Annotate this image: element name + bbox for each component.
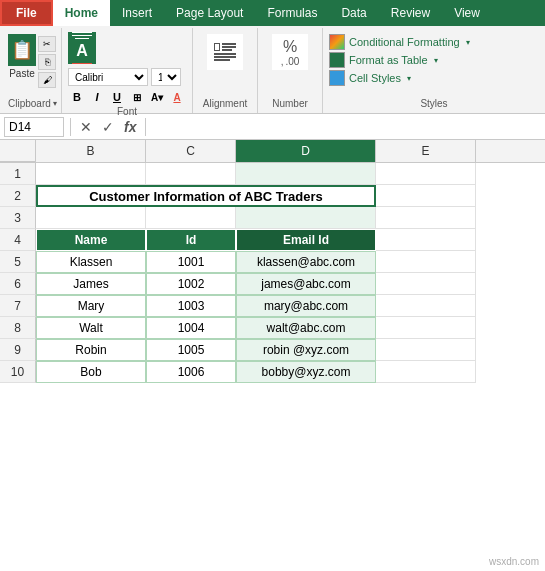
clipboard-expand-icon[interactable]: ▾	[53, 99, 57, 108]
row-9: 9 Robin 1005 robin @xyz.com	[0, 339, 545, 361]
cell-b10[interactable]: Bob	[36, 361, 146, 383]
cell-c7[interactable]: 1003	[146, 295, 236, 317]
underline-button[interactable]: U	[108, 88, 126, 106]
cell-e10[interactable]	[376, 361, 476, 383]
cell-d10[interactable]: bobby@xyz.com	[236, 361, 376, 383]
cut-button[interactable]: ✂	[38, 36, 56, 52]
copy-button[interactable]: ⎘	[38, 54, 56, 70]
row-header-7[interactable]: 7	[0, 295, 36, 317]
paste-button[interactable]: 📋 Paste	[8, 34, 36, 79]
cell-d5[interactable]: klassen@abc.com	[236, 251, 376, 273]
row-6: 6 James 1002 james@abc.com	[0, 273, 545, 295]
formula-bar-divider2	[145, 118, 146, 136]
font-family-selector[interactable]: Calibri	[68, 68, 148, 86]
formulas-tab[interactable]: Formulas	[255, 0, 329, 26]
cell-e3[interactable]	[376, 207, 476, 229]
cell-styles-icon	[329, 70, 345, 86]
italic-button[interactable]: I	[88, 88, 106, 106]
review-tab[interactable]: Review	[379, 0, 442, 26]
row-3: 3	[0, 207, 545, 229]
styles-group: Conditional Formatting ▾ Format as Table…	[323, 28, 545, 113]
cell-e7[interactable]	[376, 295, 476, 317]
cell-c9[interactable]: 1005	[146, 339, 236, 361]
formula-bar: D14 ✕ ✓ fx	[0, 114, 545, 140]
number-group: % ,.00 Number	[258, 28, 323, 113]
row-header-6[interactable]: 6	[0, 273, 36, 295]
cell-e4[interactable]	[376, 229, 476, 251]
row-header-2[interactable]: 2	[0, 185, 36, 207]
format-as-table-dropdown-icon[interactable]: ▾	[434, 56, 438, 65]
formula-input[interactable]	[152, 119, 541, 135]
cell-e2[interactable]	[376, 185, 476, 207]
cell-c3[interactable]	[146, 207, 236, 229]
cell-c1[interactable]	[146, 163, 236, 185]
bold-button[interactable]: B	[68, 88, 86, 106]
cell-e1[interactable]	[376, 163, 476, 185]
format-as-table-button[interactable]: Format as Table ▾	[329, 52, 539, 68]
format-as-table-icon	[329, 52, 345, 68]
font-group-label: Font	[117, 106, 137, 117]
cell-c8[interactable]: 1004	[146, 317, 236, 339]
cell-c4-header[interactable]: Id	[146, 229, 236, 251]
confirm-formula-button[interactable]: ✓	[99, 119, 117, 135]
home-tab[interactable]: Home	[53, 0, 110, 26]
row-header-8[interactable]: 8	[0, 317, 36, 339]
cell-c6[interactable]: 1002	[146, 273, 236, 295]
cell-d6[interactable]: james@abc.com	[236, 273, 376, 295]
cell-b3[interactable]	[36, 207, 146, 229]
cell-d1[interactable]	[236, 163, 376, 185]
col-header-c[interactable]: C	[146, 140, 236, 162]
cell-d9[interactable]: robin @xyz.com	[236, 339, 376, 361]
col-header-d[interactable]: D	[236, 140, 376, 162]
view-tab[interactable]: View	[442, 0, 492, 26]
cell-reference-box[interactable]: D14	[4, 117, 64, 137]
cell-d4-header[interactable]: Email Id	[236, 229, 376, 251]
data-tab[interactable]: Data	[329, 0, 378, 26]
cell-b6[interactable]: James	[36, 273, 146, 295]
cancel-formula-button[interactable]: ✕	[77, 119, 95, 135]
cell-d8[interactable]: walt@abc.com	[236, 317, 376, 339]
conditional-formatting-button[interactable]: Conditional Formatting ▾	[329, 34, 539, 50]
font-big-icon: A	[68, 32, 96, 64]
insert-function-button[interactable]: fx	[121, 119, 139, 135]
col-header-b[interactable]: B	[36, 140, 146, 162]
row-header-9[interactable]: 9	[0, 339, 36, 361]
conditional-formatting-dropdown-icon[interactable]: ▾	[466, 38, 470, 47]
cell-c5[interactable]: 1001	[146, 251, 236, 273]
border-button[interactable]: ⊞	[128, 88, 146, 106]
cell-e9[interactable]	[376, 339, 476, 361]
paste-label: Paste	[9, 68, 35, 79]
row-header-3[interactable]: 3	[0, 207, 36, 229]
cell-b5[interactable]: Klassen	[36, 251, 146, 273]
cell-b4-header[interactable]: Name	[36, 229, 146, 251]
format-painter-button[interactable]: 🖌	[38, 72, 56, 88]
cell-b7[interactable]: Mary	[36, 295, 146, 317]
cell-styles-button[interactable]: Cell Styles ▾	[329, 70, 539, 86]
cell-b9[interactable]: Robin	[36, 339, 146, 361]
cell-b1[interactable]	[36, 163, 146, 185]
number-icon: % ,.00	[272, 34, 308, 70]
styles-label: Styles	[329, 98, 539, 111]
cell-b8[interactable]: Walt	[36, 317, 146, 339]
row-header-1[interactable]: 1	[0, 163, 36, 185]
watermark: wsxdn.com	[489, 556, 539, 567]
col-header-e[interactable]: E	[376, 140, 476, 162]
cell-e5[interactable]	[376, 251, 476, 273]
cell-c10[interactable]: 1006	[146, 361, 236, 383]
row-header-4[interactable]: 4	[0, 229, 36, 251]
row-header-10[interactable]: 10	[0, 361, 36, 383]
font-color-button[interactable]: A	[168, 88, 186, 106]
cell-d7[interactable]: mary@abc.com	[236, 295, 376, 317]
cell-e6[interactable]	[376, 273, 476, 295]
cell-d3[interactable]	[236, 207, 376, 229]
fill-color-button[interactable]: A▾	[148, 88, 166, 106]
cell-styles-dropdown-icon[interactable]: ▾	[407, 74, 411, 83]
file-tab[interactable]: File	[0, 0, 53, 26]
title-cell[interactable]: Customer Information of ABC Traders	[36, 185, 376, 207]
insert-tab[interactable]: Insert	[110, 0, 164, 26]
page-layout-tab[interactable]: Page Layout	[164, 0, 255, 26]
cell-e8[interactable]	[376, 317, 476, 339]
row-header-5[interactable]: 5	[0, 251, 36, 273]
font-size-selector[interactable]: 11	[151, 68, 181, 86]
alignment-icon	[207, 34, 243, 70]
